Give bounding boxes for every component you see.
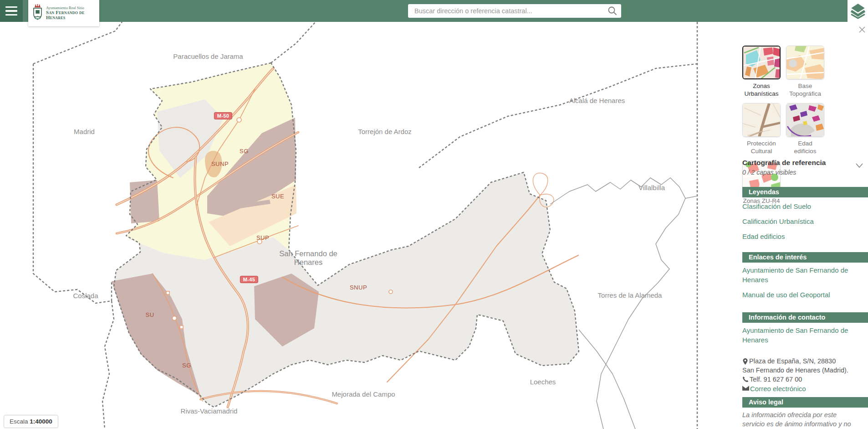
search-input[interactable] — [408, 7, 604, 15]
envelope-icon — [742, 385, 749, 391]
section-contacto: Información de contacto — [742, 312, 868, 323]
contact-address1: Plaza de España, S/N, 28830 — [749, 357, 836, 366]
scale-label: Escala — [10, 418, 28, 425]
layers-button[interactable] — [848, 0, 868, 22]
basemap-thumbnail — [742, 46, 781, 79]
menu-bar — [5, 10, 17, 12]
enlaces-links: Ayuntamiento de San Fernando de Henares … — [742, 265, 857, 305]
zone-mauve-west — [130, 180, 159, 223]
road-node — [257, 239, 262, 244]
app-logo[interactable]: Ayuntamiento Real Sitio San Fernando de … — [28, 0, 99, 26]
basemap-label: Zonas Urbanísticas — [742, 82, 781, 98]
road-node — [166, 291, 169, 295]
basemap-label: Protección Cultural — [742, 140, 781, 155]
map-graphics — [0, 22, 736, 429]
location-pin-icon — [742, 358, 748, 365]
basemap-label: Base Topográfica — [786, 82, 824, 98]
basemap-label: Edad edificios — [786, 140, 824, 155]
link-calificacion-urbanistica[interactable]: Calificación Urbanística — [742, 217, 857, 226]
search-icon[interactable] — [604, 4, 621, 18]
cartografia-toggle[interactable]: Cartografía de referencia 0 / 2 capas vi… — [742, 159, 864, 176]
leyendas-links: Clasificación del Suelo Calificación Urb… — [742, 202, 857, 247]
road-node — [237, 118, 241, 122]
menu-button[interactable] — [0, 0, 23, 22]
section-aviso-legal: Aviso legal — [742, 397, 868, 408]
contact-block: Ayuntamiento de San Fernando de Henares … — [742, 326, 858, 393]
map-canvas[interactable]: Paracuellos de JaramaMadridAlcalá de Hen… — [0, 22, 736, 429]
basemap-thumbnail — [786, 46, 824, 79]
layers-icon — [850, 3, 866, 19]
contact-phone: Telf. 91 627 67 00 — [750, 375, 802, 384]
basemap-thumbnail — [786, 103, 824, 137]
link-clasificacion-suelo[interactable]: Clasificación del Suelo — [742, 202, 857, 211]
cartografia-visible-count: 0 / 2 capas visibles — [742, 169, 826, 176]
road-node — [389, 290, 393, 294]
search-bar — [408, 4, 621, 18]
basemap-gallery: Zonas Urbanísticas Base Topográfica — [742, 46, 866, 205]
close-icon[interactable] — [858, 26, 867, 35]
contact-address2: San Fernando de Henares (Madrid). — [742, 366, 858, 375]
scale-value: 1:40000 — [30, 418, 52, 425]
link-correo-electronico[interactable]: Correo electrónico — [750, 384, 806, 393]
road-node — [173, 316, 177, 320]
basemap-base-topografica[interactable]: Base Topográfica — [786, 46, 824, 98]
logo-line2: San Fernando de Henares — [46, 10, 97, 21]
link-manual-geoportal[interactable]: Manual de uso del Geoportal — [742, 290, 857, 300]
section-leyendas: Leyendas — [742, 187, 868, 197]
chevron-down-icon — [854, 160, 864, 171]
legal-disclaimer: La información ofrecida por este servici… — [742, 410, 860, 429]
menu-bar — [5, 6, 17, 8]
link-ayuntamiento[interactable]: Ayuntamiento de San Fernando de Henares — [742, 265, 857, 284]
phone-icon — [742, 376, 749, 382]
layers-panel: Zonas Urbanísticas Base Topográfica — [736, 22, 868, 429]
basemap-zonas-urbanisticas[interactable]: Zonas Urbanísticas — [742, 46, 781, 98]
menu-bar — [5, 14, 17, 16]
scale-indicator: Escala 1:40000 — [4, 415, 58, 428]
link-edad-edificios[interactable]: Edad edificios — [742, 232, 857, 241]
basemap-proteccion-cultural[interactable]: Protección Cultural — [742, 103, 781, 155]
city-crest-icon — [31, 2, 44, 24]
link-ayuntamiento-contacto[interactable]: Ayuntamiento de San Fernando de Henares — [742, 326, 858, 345]
cartografia-title: Cartografía de referencia — [742, 159, 826, 167]
basemap-edad-edificios[interactable]: Edad edificios — [786, 103, 824, 155]
road-node — [180, 326, 183, 329]
section-enlaces: Enlaces de interés — [742, 252, 868, 263]
geoportal-app: Ayuntamiento Real Sitio San Fernando de … — [0, 0, 868, 429]
basemap-thumbnail — [742, 103, 781, 137]
